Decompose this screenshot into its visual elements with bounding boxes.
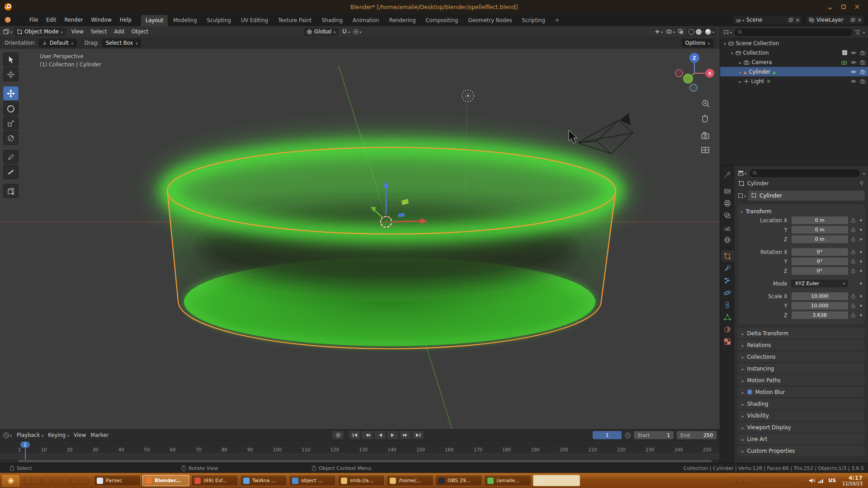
outliner-row-camera[interactable]: Camera <box>720 57 868 67</box>
new-scene-icon[interactable] <box>788 18 793 23</box>
quick-launch-5[interactable] <box>62 477 70 484</box>
workspace-tab[interactable]: Compositing <box>421 15 462 26</box>
workspace-tab[interactable]: Geometry Nodes <box>464 15 517 26</box>
workspace-tab[interactable]: Rendering <box>385 15 420 26</box>
browse-object-button[interactable] <box>738 192 746 199</box>
playhead-line[interactable] <box>25 447 26 460</box>
taskbar-app[interactable]: (69) Esf... <box>191 475 238 486</box>
blender-menu-icon[interactable] <box>4 16 12 23</box>
properties-section[interactable]: Instancing <box>738 363 865 374</box>
timeline-editor-type-button[interactable] <box>3 432 12 438</box>
properties-section[interactable]: Motion Blur <box>738 387 865 397</box>
workspace-tab[interactable]: Modeling <box>169 15 201 26</box>
drag-dropdown[interactable]: Select Box <box>102 39 142 47</box>
section-checkbox[interactable] <box>747 389 752 394</box>
outliner-filter-dropdown[interactable] <box>863 29 865 35</box>
play-reverse-button[interactable] <box>374 431 386 439</box>
new-viewlayer-icon[interactable] <box>850 18 855 23</box>
value-field[interactable]: 3.638 <box>792 311 848 319</box>
outliner-search-input[interactable] <box>735 28 852 36</box>
value-field[interactable]: 0 m <box>792 235 848 243</box>
taskbar-app[interactable]: (amalie... <box>484 475 531 486</box>
start-menu-button[interactable] <box>1 474 20 488</box>
object-data-tab[interactable] <box>721 311 734 323</box>
lock-icon[interactable] <box>850 249 858 254</box>
options-dropdown[interactable]: Options <box>682 39 713 47</box>
eye-icon[interactable] <box>850 70 857 74</box>
workspace-tab[interactable]: Shading <box>317 15 347 26</box>
rotate-tool[interactable] <box>3 101 19 115</box>
taskbar-app[interactable]: object ... <box>289 475 336 486</box>
timeline-ruler[interactable]: 1102030405060708090100110120130140150160… <box>18 441 712 454</box>
workspace-tab[interactable]: Scripting <box>518 15 550 26</box>
current-frame-field[interactable]: 1 <box>593 431 622 439</box>
tool-tab[interactable] <box>721 169 734 180</box>
prev-keyframe-button[interactable] <box>362 431 373 439</box>
use-preview-range-icon[interactable] <box>625 432 631 438</box>
auto-keying-button[interactable] <box>332 431 344 439</box>
nav-axis-x-neg[interactable] <box>675 70 683 77</box>
timeline-menu[interactable]: Playback <box>14 432 46 438</box>
quick-launch-1[interactable] <box>24 477 32 484</box>
properties-section[interactable]: Line Art <box>738 434 865 444</box>
lock-icon[interactable] <box>850 227 858 232</box>
taskbar-app[interactable]: Blender... <box>142 475 189 486</box>
remove-viewlayer-icon[interactable] <box>858 18 862 22</box>
clock[interactable]: 4:17 11/10/23 <box>842 475 863 487</box>
jump-to-end-button[interactable] <box>412 431 424 439</box>
timeline-menu[interactable]: Keying <box>46 432 71 438</box>
constraints-tab[interactable] <box>721 299 734 310</box>
value-field[interactable]: 10.000 <box>792 302 848 310</box>
topbar-menu[interactable]: Edit <box>42 15 60 25</box>
volume-icon[interactable] <box>809 478 816 483</box>
render-visibility-icon[interactable] <box>860 70 866 74</box>
annotate-tool[interactable] <box>3 150 19 164</box>
value-field[interactable]: 0° <box>792 248 848 256</box>
editor-type-button[interactable] <box>3 28 12 35</box>
ortho-toggle-icon[interactable] <box>702 147 709 153</box>
animate-dot[interactable] <box>860 260 862 263</box>
topbar-menu[interactable]: File <box>25 15 42 25</box>
tray-app-1[interactable] <box>736 477 743 484</box>
topbar-menu[interactable]: Render <box>61 15 87 25</box>
particles-tab[interactable] <box>721 275 734 286</box>
show-gizmo-toggle[interactable] <box>655 28 663 35</box>
outliner-row-collection[interactable]: Collection <box>720 48 868 57</box>
workspace-tab[interactable]: Animation <box>348 15 384 26</box>
taskbar-app[interactable]: TwiAna ... <box>240 475 287 486</box>
lock-icon[interactable] <box>850 313 858 318</box>
lock-icon[interactable] <box>850 237 858 242</box>
outliner-row-scene-collection[interactable]: Scene Collection <box>720 38 868 48</box>
render-visibility-icon[interactable] <box>860 51 866 55</box>
value-field[interactable]: XYZ Euler <box>791 280 848 287</box>
animate-dot[interactable] <box>860 282 862 285</box>
proportional-editing-toggle[interactable] <box>353 28 361 35</box>
properties-section[interactable]: Relations <box>738 340 865 350</box>
properties-section[interactable]: Viewport Display <box>738 422 865 432</box>
animate-dot[interactable] <box>860 305 862 307</box>
workspace-tab[interactable]: + <box>551 15 564 26</box>
nav-axis-z-neg[interactable] <box>690 84 697 91</box>
measure-tool[interactable] <box>3 165 19 179</box>
pin-icon[interactable] <box>859 181 864 186</box>
value-field[interactable]: 0° <box>792 258 848 265</box>
select-box-tool[interactable] <box>3 52 19 66</box>
nav-axis-y[interactable] <box>684 74 693 83</box>
window-maximize-button[interactable] <box>840 3 847 10</box>
solid-shading-button[interactable] <box>696 29 702 35</box>
timeline-menu[interactable]: Marker <box>88 432 111 438</box>
unlink-scene-icon[interactable] <box>796 18 800 22</box>
outliner-row-cylinder[interactable]: Cylinder <box>720 67 868 76</box>
material-shading-button[interactable] <box>703 31 704 32</box>
keyboard-layout-indicator[interactable]: US <box>826 478 838 483</box>
mode-dropdown[interactable]: Object Mode <box>14 28 66 36</box>
viewport-menu[interactable]: View <box>68 27 87 36</box>
properties-editor-type-button[interactable] <box>738 170 746 176</box>
render-visibility-icon[interactable] <box>860 60 866 65</box>
animate-dot[interactable] <box>860 314 862 316</box>
viewport-menu[interactable]: Select <box>87 27 110 36</box>
scale-tool[interactable] <box>3 116 19 130</box>
object-name-field[interactable]: Cylinder <box>748 191 865 201</box>
properties-section[interactable]: Visibility <box>738 410 865 421</box>
transform-panel-header[interactable]: Transform <box>741 206 862 216</box>
